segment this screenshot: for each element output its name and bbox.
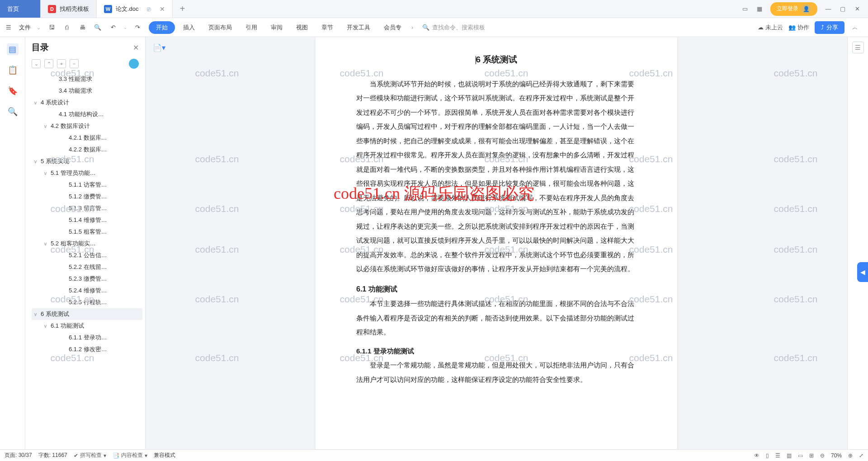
outline-item[interactable]: 5.1.3 留言管… <box>32 202 142 214</box>
outline-item[interactable]: v4.2 数据库设计 <box>32 120 142 132</box>
view-web-icon[interactable]: ▥ <box>787 452 792 459</box>
outline-icon[interactable]: ▤ <box>7 43 19 55</box>
close-window-icon[interactable]: ✕ <box>854 5 861 13</box>
outline-tree: 3.3 性能需求3.4 功能需求v4 系统设计4.1 功能结构设…v4.2 数据… <box>25 73 145 449</box>
menu-icon[interactable]: ☰ <box>4 23 14 33</box>
undo-icon[interactable]: ↶ <box>108 23 118 33</box>
doc-indicator-icon[interactable]: 📄▾ <box>153 43 165 52</box>
presentation-icon[interactable]: ⎚ <box>147 5 151 13</box>
outline-item[interactable]: v5.2 租客功能实… <box>32 238 142 249</box>
right-rail: ☰ <box>847 37 868 449</box>
outline-item[interactable]: 6.1.1 登录功… <box>32 332 142 343</box>
outline-item[interactable]: 4.2.1 数据库… <box>32 132 142 144</box>
menu-start[interactable]: 开始 <box>149 21 175 34</box>
outline-item[interactable]: 5.2.2 在线留… <box>32 261 142 273</box>
menu-pagelayout[interactable]: 页面布局 <box>203 21 237 34</box>
outline-item[interactable]: v6 系统测试 <box>32 308 142 320</box>
outline-item[interactable]: v5 系统实现 <box>32 155 142 167</box>
layout-icon[interactable]: ▭ <box>741 5 749 13</box>
page-indicator[interactable]: 页面: 30/37 <box>5 452 32 459</box>
view-outline-icon[interactable]: ☰ <box>775 452 780 459</box>
outline-item[interactable]: 5.2.5 行程轨… <box>32 296 142 308</box>
expand-all-icon[interactable]: ⌃ <box>44 59 53 68</box>
redo-icon[interactable]: ↷ <box>132 23 142 33</box>
outline-item[interactable]: 5.2.1 公告信… <box>32 249 142 261</box>
outline-item[interactable]: 5.2.3 缴费管… <box>32 273 142 285</box>
compat-mode[interactable]: 兼容模式 <box>154 452 175 459</box>
outline-item[interactable]: 5.1.2 缴费管… <box>32 191 142 202</box>
menu-reference[interactable]: 引用 <box>240 21 263 34</box>
outline-item[interactable]: 3.3 性能需求 <box>32 73 142 85</box>
collab-button[interactable]: 👥协作 <box>788 24 809 32</box>
minimize-icon[interactable]: — <box>825 5 832 13</box>
preview-icon[interactable]: 🔍 <box>93 23 103 33</box>
close-icon[interactable]: ✕ <box>160 5 165 13</box>
tab-document[interactable]: W 论文.doc ⎚ ✕ <box>97 0 173 18</box>
export-icon[interactable]: ⎙ <box>62 23 72 33</box>
maximize-icon[interactable]: ▢ <box>839 5 846 13</box>
titlebar: 首页 D 找稻壳模板 W 论文.doc ⎚ ✕ + ▭ ▦ 立即登录👤 — ▢ … <box>0 0 868 18</box>
heading-6-1: 6.1 功能测试 <box>356 282 637 297</box>
assistant-icon[interactable] <box>129 59 139 69</box>
clipboard-icon[interactable]: 📋 <box>7 64 19 76</box>
menu-review[interactable]: 审阅 <box>265 21 288 34</box>
apps-icon[interactable]: ▦ <box>756 5 763 13</box>
view-page-icon[interactable]: ▯ <box>766 452 769 459</box>
outline-item[interactable]: 6.1.2 修改密… <box>32 343 142 355</box>
eye-icon[interactable]: 👁 <box>754 452 760 459</box>
zoom-level[interactable]: 70% <box>831 452 842 459</box>
menu-section[interactable]: 章节 <box>316 21 339 34</box>
menu-devtools[interactable]: 开发工具 <box>341 21 376 34</box>
statusbar: 页面: 30/37 字数: 11667 ✔拼写检查 ▾ 📑内容检查 ▾ 兼容模式… <box>0 449 868 461</box>
content-check[interactable]: 📑内容检查 ▾ <box>113 452 147 459</box>
outline-item[interactable]: v5.1 管理员功能… <box>32 167 142 179</box>
share-button[interactable]: ⤴分享 <box>815 21 844 34</box>
share-icon: ⤴ <box>821 24 824 31</box>
new-tab-button[interactable]: + <box>173 0 193 18</box>
outline-sidebar: 目录 ✕ ⌄ ⌃ + − 3.3 性能需求3.4 功能需求v4 系统设计4.1 … <box>25 37 146 449</box>
bookmark-icon[interactable]: 🔖 <box>7 85 19 97</box>
fit-icon[interactable]: ⤢ <box>859 452 863 459</box>
ruler-icon[interactable]: ⊞ <box>809 452 814 459</box>
outline-item[interactable]: 4.1 功能结构设… <box>32 108 142 120</box>
zoom-out-icon[interactable]: ⊖ <box>820 452 825 459</box>
print-icon[interactable]: 🖶 <box>77 23 87 33</box>
outline-item[interactable]: v6.1 功能测试 <box>32 320 142 332</box>
outline-item[interactable]: 5.1.5 租客管… <box>32 226 142 238</box>
tab-home[interactable]: 首页 <box>0 0 41 18</box>
search-rail-icon[interactable]: 🔍 <box>7 106 19 118</box>
command-search[interactable]: 🔍查找命令、搜索模板 <box>418 24 490 32</box>
word-count[interactable]: 字数: 11667 <box>38 452 67 459</box>
chevron-up-icon[interactable]: ︿ <box>850 23 860 33</box>
collapse-all-icon[interactable]: ⌄ <box>32 59 41 68</box>
menu-member[interactable]: 会员专 <box>378 21 407 34</box>
save-icon[interactable]: 🖫 <box>47 23 57 33</box>
tab-templates[interactable]: D 找稻壳模板 <box>41 0 97 18</box>
menu-insert[interactable]: 插入 <box>178 21 200 34</box>
feedback-tab[interactable]: ◀ <box>857 262 868 282</box>
document-page[interactable]: 6 系统测试 当系统测试环节开始的时候，也就说明对于系统的编码已经弄得大致通顺了… <box>316 37 677 449</box>
outline-item[interactable]: 5.2.4 维修管… <box>32 285 142 296</box>
sidebar-close-icon[interactable]: ✕ <box>133 43 139 52</box>
content-icon: 📑 <box>113 452 119 459</box>
document-area[interactable]: 📄▾ 6 系统测试 当系统测试环节开始的时候，也就说明对于系统的编码已经弄得大致… <box>146 37 847 449</box>
file-menu[interactable]: 文件 <box>19 24 31 32</box>
login-button[interactable]: 立即登录👤 <box>770 2 817 16</box>
outline-item[interactable]: v4 系统设计 <box>32 97 142 108</box>
zoom-in-icon[interactable]: ⊕ <box>848 452 853 459</box>
spell-icon: ✔ <box>74 452 78 459</box>
outline-item[interactable]: 5.1.4 维修管… <box>32 214 142 226</box>
search-icon: 🔍 <box>422 24 429 31</box>
chevron-right-icon[interactable]: › <box>410 24 415 31</box>
view-read-icon[interactable]: ▭ <box>798 452 803 459</box>
right-panel-toggle-icon[interactable]: ☰ <box>852 42 864 53</box>
menu-view[interactable]: 视图 <box>291 21 313 34</box>
remove-icon[interactable]: − <box>70 59 79 68</box>
outline-item[interactable]: 5.1.1 访客管… <box>32 179 142 191</box>
outline-item[interactable]: 4.2.2 数据库… <box>32 144 142 155</box>
add-icon[interactable]: + <box>57 59 66 68</box>
sidebar-title: 目录 <box>32 42 133 53</box>
spellcheck[interactable]: ✔拼写检查 ▾ <box>74 452 106 459</box>
outline-item[interactable]: 3.4 功能需求 <box>32 85 142 97</box>
not-uploaded[interactable]: ☁未上云 <box>758 24 783 32</box>
